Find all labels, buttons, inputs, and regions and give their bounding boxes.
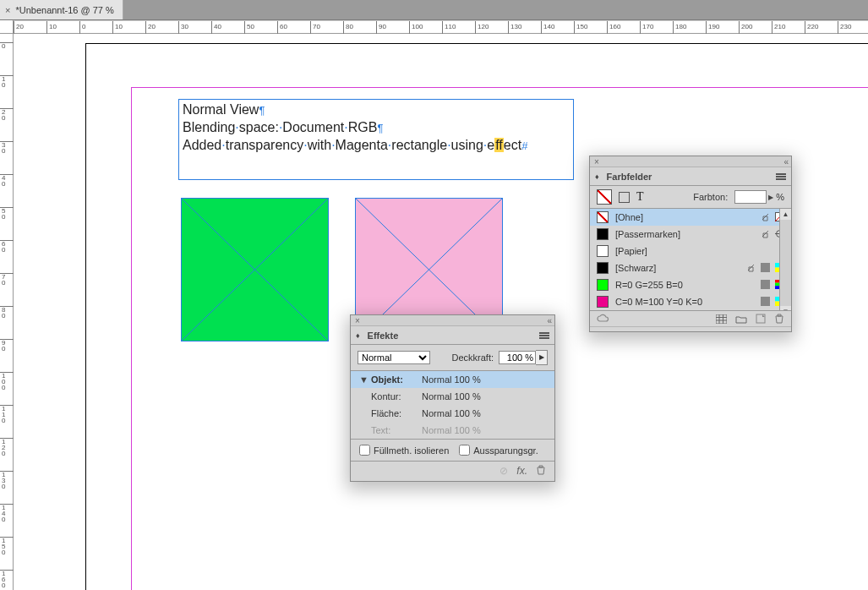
effects-target-row[interactable]: Text:Normal 100 % xyxy=(351,422,554,439)
effects-tab[interactable]: Effekte xyxy=(363,328,404,343)
document-tab[interactable]: × *Unbenannt-16 @ 77 % xyxy=(0,0,123,19)
new-swatch-icon[interactable] xyxy=(756,314,766,324)
ruler-tick: 30 xyxy=(178,21,179,35)
effects-panel[interactable]: × « ♦ Effekte Normal Deckkraft: ▶ ▼Objek… xyxy=(350,314,555,482)
ruler-tick: 190 xyxy=(706,21,707,35)
collapse-icon[interactable]: « xyxy=(783,157,787,167)
list-view-icon[interactable] xyxy=(716,314,727,324)
ruler-tick: 90 xyxy=(376,21,377,35)
ruler-tick: 10 xyxy=(0,75,14,88)
close-icon[interactable]: × xyxy=(594,157,599,167)
ruler-tick: 100 xyxy=(0,372,14,391)
vertical-ruler[interactable]: 0102030405060708090100110120130140150160 xyxy=(0,34,14,590)
tab-title: *Unbenannt-16 @ 77 % xyxy=(15,5,113,15)
resize-handle[interactable] xyxy=(590,326,791,331)
panel-menu-icon[interactable] xyxy=(539,332,549,339)
cloud-icon[interactable] xyxy=(597,314,610,324)
ruler-tick: 170 xyxy=(640,21,641,35)
ruler-tick: 160 xyxy=(0,570,14,588)
swatch-row[interactable]: [Papier] xyxy=(590,243,791,259)
close-icon[interactable]: × xyxy=(355,316,360,325)
tint-stepper-icon[interactable]: ▶ xyxy=(768,194,773,201)
ruler-tick: 210 xyxy=(772,21,772,35)
swatch-chip-icon xyxy=(597,279,609,291)
trash-icon[interactable] xyxy=(536,465,546,478)
formatting-text-icon[interactable]: T xyxy=(636,190,644,204)
ruler-tick: 230 xyxy=(838,21,838,35)
panel-menu-icon[interactable] xyxy=(776,173,786,180)
new-group-icon[interactable] xyxy=(735,314,747,324)
effects-target-list: ▼Objekt:Normal 100 %Kontur:Normal 100 %F… xyxy=(351,370,554,440)
tint-input[interactable] xyxy=(734,190,767,204)
swatch-row[interactable]: [Ohne] xyxy=(590,209,791,226)
swatches-tab[interactable]: Farbfelder xyxy=(602,169,658,184)
ruler-tick: 140 xyxy=(0,504,14,522)
ruler-tick: 80 xyxy=(0,306,14,319)
clear-effects-icon: ⊘ xyxy=(500,465,508,478)
ruler-tick: 10 xyxy=(112,21,113,35)
ruler-tick: 40 xyxy=(0,174,14,187)
panel-titlebar[interactable]: × « xyxy=(351,315,554,326)
swatch-label: [Papier] xyxy=(615,246,778,256)
ruler-tick: 120 xyxy=(475,21,476,35)
collapse-icon[interactable]: « xyxy=(547,316,550,325)
ruler-tick: 70 xyxy=(0,273,14,286)
effects-target-row[interactable]: Fläche:Normal 100 % xyxy=(351,405,554,422)
formatting-container-icon[interactable] xyxy=(619,192,630,203)
opacity-input[interactable] xyxy=(499,351,536,364)
fx-icon[interactable]: fx. xyxy=(516,465,527,478)
ruler-tick: 20 xyxy=(145,21,146,35)
tint-unit: % xyxy=(776,192,784,202)
expand-icon[interactable]: ♦ xyxy=(356,331,360,340)
expand-icon[interactable]: ♦ xyxy=(595,172,599,181)
effects-target-row[interactable]: ▼Objekt:Normal 100 % xyxy=(351,371,554,388)
swatch-list: [Ohne][Passermarken][Papier][Schwarz]R=0… xyxy=(590,209,791,311)
ruler-origin[interactable] xyxy=(0,20,14,34)
scroll-down-icon[interactable]: ▼ xyxy=(780,306,791,311)
swatch-row[interactable]: [Schwarz] xyxy=(590,259,791,276)
swatch-chip-icon xyxy=(597,245,609,257)
ruler-row: 2010010203040506070809010011012013014015… xyxy=(0,20,868,34)
ruler-tick: 70 xyxy=(310,21,311,35)
svg-rect-16 xyxy=(761,280,770,289)
swatch-row[interactable]: R=0 G=255 B=0 xyxy=(590,276,791,293)
swatch-row[interactable]: C=0 M=100 Y=0 K=0 xyxy=(590,293,791,310)
ruler-tick: 0 xyxy=(79,21,80,35)
isolate-blending-checkbox[interactable]: Füllmeth. isolieren xyxy=(359,445,449,456)
swatch-row[interactable]: [Passermarken] xyxy=(590,226,791,243)
document-tabs: × *Unbenannt-16 @ 77 % xyxy=(0,0,868,20)
ruler-tick: 180 xyxy=(673,21,674,35)
scrollbar[interactable]: ▲ ▼ xyxy=(779,209,791,310)
fill-stroke-proxy-icon[interactable] xyxy=(597,189,612,205)
ruler-tick: 20 xyxy=(14,21,14,35)
ruler-tick: 30 xyxy=(0,141,14,154)
panel-tab-row: ♦ Effekte xyxy=(351,326,554,345)
svg-rect-25 xyxy=(716,314,727,324)
ruler-tick: 50 xyxy=(0,207,14,220)
close-tab-icon[interactable]: × xyxy=(5,5,10,15)
knockout-group-checkbox[interactable]: Aussparungsgr. xyxy=(459,445,538,456)
ruler-tick: 10 xyxy=(46,21,47,35)
panel-titlebar[interactable]: × « xyxy=(590,156,791,167)
text-line-1: Normal View xyxy=(183,102,265,117)
horizontal-ruler[interactable]: 2010010203040506070809010011012013014015… xyxy=(14,20,868,33)
opacity-stepper[interactable]: ▶ xyxy=(536,350,548,365)
green-rectangle[interactable] xyxy=(181,198,329,341)
ruler-tick: 110 xyxy=(0,405,14,423)
swatch-label: [Ohne] xyxy=(615,212,754,222)
lock-icon xyxy=(746,263,756,274)
ruler-tick: 100 xyxy=(409,21,410,35)
swatches-panel[interactable]: × « ♦ Farbfelder T Farbton: ▶ % [Ohne][P… xyxy=(589,156,792,332)
text-frame[interactable]: Normal View Blending·space:·Document·RGB… xyxy=(178,99,574,180)
effects-target-row[interactable]: Kontur:Normal 100 % xyxy=(351,388,554,405)
ruler-tick: 40 xyxy=(211,21,212,35)
process-color-icon xyxy=(761,263,770,274)
swatch-label: C=0 M=100 Y=0 K=0 xyxy=(615,297,754,307)
tint-label: Farbton: xyxy=(693,192,728,202)
swatch-label: [Passermarken] xyxy=(615,229,754,239)
process-color-icon xyxy=(761,280,770,291)
trash-icon[interactable] xyxy=(774,314,784,324)
scroll-up-icon[interactable]: ▲ xyxy=(780,209,791,220)
process-color-icon xyxy=(761,297,770,308)
blend-mode-select[interactable]: Normal xyxy=(358,351,430,364)
